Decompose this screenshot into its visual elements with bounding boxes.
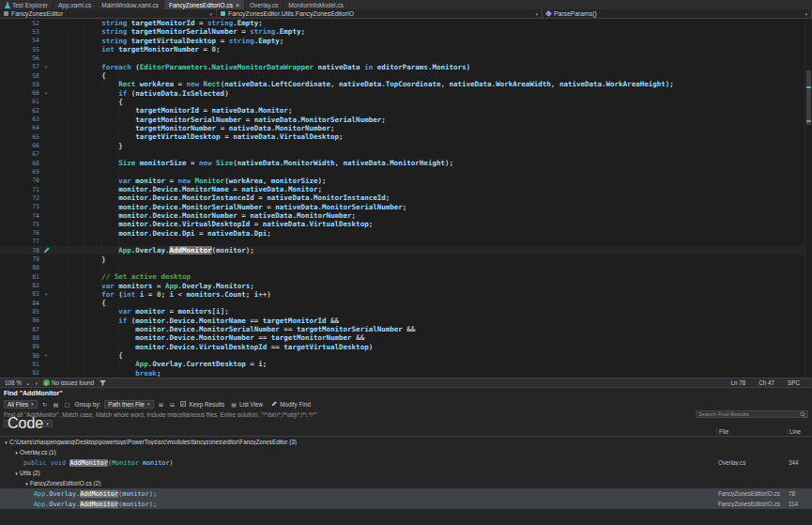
tab-monitorinfomodel-cs[interactable]: MonitorInfoModel.cs bbox=[283, 0, 349, 9]
code-line-86[interactable]: 86 if (monitor.Device.MonitorName == tar… bbox=[0, 317, 812, 325]
breakpoint-margin[interactable] bbox=[0, 132, 26, 141]
breakpoint-margin[interactable] bbox=[0, 229, 26, 238]
tab-app-xaml-cs[interactable]: App.xaml.cs bbox=[54, 0, 97, 9]
find-result-group[interactable]: ▾FancyZonesEditorIO.cs (2) bbox=[0, 478, 812, 488]
breakpoint-margin[interactable] bbox=[0, 299, 26, 307]
group-by-dropdown[interactable]: Path then File ▾ bbox=[104, 400, 153, 409]
code-line-73[interactable]: 73 monitor.Device.MonitorSerialNumber = … bbox=[0, 203, 812, 211]
breakpoint-margin[interactable] bbox=[0, 141, 26, 149]
breakpoint-margin[interactable] bbox=[0, 98, 26, 106]
breakpoint-margin[interactable] bbox=[0, 246, 26, 255]
tab-fancyzoneseditorio-cs[interactable]: FancyZonesEditorIO.cs× bbox=[164, 0, 245, 9]
keep-results-checkbox[interactable]: ✓ bbox=[180, 401, 186, 407]
copy-results-icon[interactable]: ▤ bbox=[53, 400, 60, 408]
code-line-87[interactable]: 87 monitor.Device.MonitorSerialNumber ==… bbox=[0, 325, 812, 333]
breakpoint-margin[interactable] bbox=[0, 290, 26, 299]
code-line-79[interactable]: 79 } bbox=[0, 255, 812, 263]
collapse-all-icon[interactable]: ⊟ bbox=[169, 400, 176, 408]
code-line-55[interactable]: 55 int targetMonitorNumber = 0; bbox=[0, 45, 812, 54]
code-line-81[interactable]: 81 // Set active desktop bbox=[0, 272, 812, 281]
tab-mainwindow-xaml-cs[interactable]: MainWindow.xaml.cs bbox=[97, 0, 164, 9]
fold-chevron-icon[interactable]: ▾ bbox=[41, 91, 51, 96]
breadcrumb-type-dropdown[interactable]: FancyZonesEditor.Utils.FancyZonesEditorI… bbox=[217, 9, 543, 18]
find-result-row[interactable]: public void AddMonitor(Monitor monitor)O… bbox=[0, 457, 812, 468]
breakpoint-margin[interactable] bbox=[0, 325, 26, 333]
breakpoint-margin[interactable] bbox=[0, 211, 26, 220]
breakpoint-margin[interactable] bbox=[0, 80, 26, 88]
code-line-54[interactable]: 54 string targetVirtualDesktop = string.… bbox=[0, 37, 812, 45]
breakpoint-margin[interactable] bbox=[0, 19, 26, 27]
breakpoint-margin[interactable] bbox=[0, 63, 26, 71]
editor-scrollbar[interactable] bbox=[804, 19, 812, 378]
cursor-column-indicator[interactable]: Ch 47 bbox=[758, 379, 774, 386]
code-line-89[interactable]: 89 monitor.Device.VirtualDesktopId == ta… bbox=[0, 343, 812, 351]
scrollbar-thumb[interactable] bbox=[806, 70, 811, 125]
code-line-90[interactable]: 90▾ { bbox=[0, 351, 812, 360]
breakpoint-margin[interactable] bbox=[0, 255, 26, 263]
code-line-78[interactable]: 78 App.Overlay.AddMonitor(monitor); bbox=[0, 246, 812, 255]
breakpoint-margin[interactable] bbox=[0, 124, 26, 132]
code-line-58[interactable]: 58 { bbox=[0, 71, 812, 80]
breakpoint-margin[interactable] bbox=[0, 203, 26, 211]
breakpoint-margin[interactable] bbox=[0, 333, 26, 342]
list-view-button[interactable]: ▤ List View bbox=[228, 400, 265, 408]
breakpoint-margin[interactable] bbox=[0, 159, 26, 167]
code-line-70[interactable]: 70 var monitor = new Monitor(workArea, m… bbox=[0, 177, 812, 185]
code-line-53[interactable]: 53 string targetMonitorSerialNumber = st… bbox=[0, 27, 812, 36]
breakpoint-margin[interactable] bbox=[0, 177, 26, 185]
cursor-line-indicator[interactable]: Ln 78 bbox=[730, 379, 745, 386]
code-line-57[interactable]: 57▾ foreach (EditorParameters.NativeMoni… bbox=[0, 63, 812, 71]
tab-overlay-cs[interactable]: Overlay.cs bbox=[245, 0, 283, 9]
find-result-group[interactable]: ▾Overlay.cs (1) bbox=[0, 447, 812, 457]
breakpoint-margin[interactable] bbox=[0, 37, 26, 45]
document-health-indicator[interactable]: ✓ No issues found bbox=[43, 379, 94, 386]
code-line-63[interactable]: 63 targetMonitorSerialNumber = nativeDat… bbox=[0, 115, 812, 123]
code-filter-dropdown[interactable]: Code ▾ bbox=[4, 420, 53, 427]
fold-chevron-icon[interactable]: ▾ bbox=[41, 353, 51, 358]
code-line-88[interactable]: 88 monitor.Device.MonitorNumber == targe… bbox=[0, 333, 812, 342]
indentation-indicator[interactable]: SPC bbox=[788, 379, 800, 386]
code-line-66[interactable]: 66 } bbox=[0, 141, 812, 149]
breakpoint-margin[interactable] bbox=[0, 106, 26, 115]
fold-chevron-icon[interactable]: ▾ bbox=[41, 65, 51, 69]
tab-test-explorer[interactable]: Test Explorer bbox=[0, 0, 54, 9]
tree-expander-icon[interactable]: ▾ bbox=[3, 440, 9, 445]
column-header-file[interactable]: File bbox=[716, 428, 787, 435]
code-line-52[interactable]: 52 string targetMonitorId = string.Empty… bbox=[0, 19, 812, 27]
search-find-results-box[interactable] bbox=[696, 410, 808, 418]
modify-find-button[interactable]: Modify Find bbox=[268, 400, 313, 408]
breakpoint-margin[interactable] bbox=[0, 360, 26, 368]
clear-results-icon[interactable]: ▢ bbox=[64, 400, 71, 408]
code-line-82[interactable]: 82 var monitors = App.Overlay.Monitors; bbox=[0, 281, 812, 289]
code-line-64[interactable]: 64 targetMonitorNumber = nativeData.Moni… bbox=[0, 124, 812, 132]
breakpoint-margin[interactable] bbox=[0, 281, 26, 289]
breakpoint-margin[interactable] bbox=[0, 343, 26, 351]
breakpoint-margin[interactable] bbox=[0, 27, 26, 36]
fold-chevron-icon[interactable]: ▾ bbox=[41, 292, 51, 297]
code-line-85[interactable]: 85 var monitor = monitors[i]; bbox=[0, 307, 812, 316]
breakpoint-margin[interactable] bbox=[0, 150, 26, 159]
tree-expander-icon[interactable]: ▾ bbox=[13, 471, 20, 476]
breakpoint-margin[interactable] bbox=[0, 185, 26, 193]
breakpoint-margin[interactable] bbox=[0, 45, 26, 54]
breakpoint-margin[interactable] bbox=[0, 220, 26, 228]
code-line-75[interactable]: 75 monitor.Device.VirtualDesktopId = nat… bbox=[0, 220, 812, 228]
code-line-76[interactable]: 76 monitor.Device.Dpi = nativeData.Dpi; bbox=[0, 229, 812, 238]
breakpoint-margin[interactable] bbox=[0, 115, 26, 123]
code-line-67[interactable]: 67 bbox=[0, 150, 812, 159]
breakpoint-margin[interactable] bbox=[0, 89, 26, 98]
breakpoint-margin[interactable] bbox=[0, 167, 26, 176]
code-line-59[interactable]: 59 Rect workArea = new Rect(nativeData.L… bbox=[0, 80, 812, 88]
filter-icon[interactable] bbox=[100, 380, 106, 386]
code-line-61[interactable]: 61 { bbox=[0, 98, 812, 106]
find-result-row[interactable]: App.Overlay.AddMonitor(monitor);FancyZon… bbox=[0, 488, 812, 499]
next-issue-icon[interactable]: ▾ bbox=[35, 380, 38, 386]
find-result-group[interactable]: ▾Utils (2) bbox=[0, 468, 812, 478]
expand-all-icon[interactable]: ⊞ bbox=[158, 400, 165, 408]
breakpoint-margin[interactable] bbox=[0, 264, 26, 272]
code-line-71[interactable]: 71 monitor.Device.MonitorName = nativeDa… bbox=[0, 185, 812, 193]
close-icon[interactable]: × bbox=[236, 2, 239, 8]
breadcrumb-member-dropdown[interactable]: ParseParams() ▾ bbox=[543, 9, 812, 18]
code-line-72[interactable]: 72 monitor.Device.MonitorInstanceId = na… bbox=[0, 193, 812, 202]
search-input[interactable] bbox=[697, 411, 800, 417]
